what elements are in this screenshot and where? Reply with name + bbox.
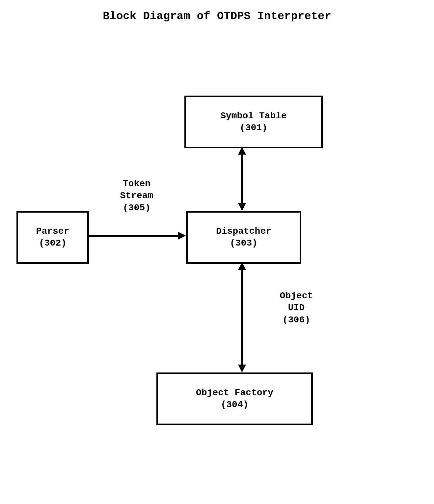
box-parser-label1: Parser bbox=[36, 225, 69, 237]
box-symbol-table: Symbol Table (301) bbox=[184, 96, 323, 148]
label-object-uid-2: UID bbox=[263, 302, 329, 314]
arrow-symboltable-dispatcher bbox=[235, 147, 249, 211]
label-token-stream-1: Token bbox=[104, 178, 170, 190]
box-symbol-table-label2: (301) bbox=[240, 122, 267, 134]
svg-marker-6 bbox=[238, 262, 246, 270]
diagram-container: Block Diagram of OTDPS Interpreter Symbo… bbox=[0, 0, 434, 504]
box-dispatcher-label2: (303) bbox=[230, 237, 258, 249]
label-token-stream-3: (305) bbox=[104, 202, 170, 214]
box-dispatcher-label1: Dispatcher bbox=[216, 225, 271, 237]
arrow-dispatcher-objectfactory bbox=[235, 262, 249, 372]
svg-marker-3 bbox=[238, 147, 246, 155]
label-token-stream-2: Stream bbox=[104, 190, 170, 202]
box-object-factory-label1: Object Factory bbox=[196, 387, 273, 399]
label-token-stream: Token Stream (305) bbox=[104, 178, 170, 214]
box-parser: Parser (302) bbox=[16, 211, 89, 264]
label-object-uid-3: (306) bbox=[263, 314, 329, 326]
box-object-factory: Object Factory (304) bbox=[156, 372, 313, 425]
label-object-uid: Object UID (306) bbox=[263, 290, 329, 326]
box-dispatcher: Dispatcher (303) bbox=[186, 211, 301, 264]
box-object-factory-label2: (304) bbox=[221, 399, 248, 411]
box-parser-label2: (302) bbox=[39, 237, 67, 249]
arrow-parser-to-dispatcher bbox=[87, 231, 186, 244]
svg-marker-7 bbox=[238, 365, 246, 372]
box-symbol-table-label1: Symbol Table bbox=[220, 110, 287, 122]
svg-marker-1 bbox=[178, 232, 186, 240]
svg-marker-4 bbox=[238, 203, 246, 211]
diagram-title: Block Diagram of OTDPS Interpreter bbox=[0, 10, 434, 22]
label-object-uid-1: Object bbox=[263, 290, 329, 302]
